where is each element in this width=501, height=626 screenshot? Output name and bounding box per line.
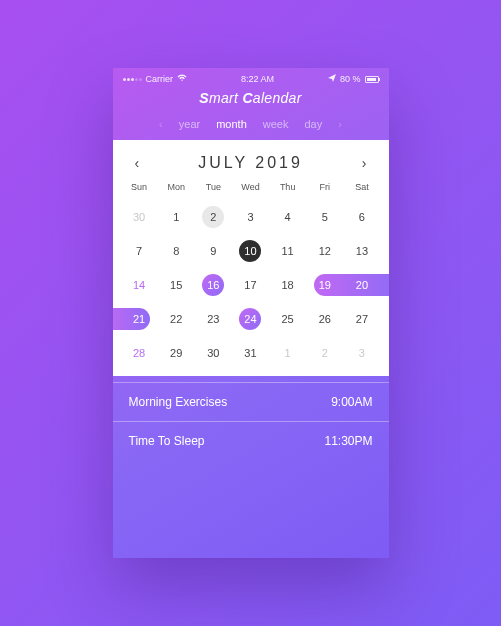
day-number: 9	[202, 240, 224, 262]
event-title: Time To Sleep	[129, 434, 205, 448]
day-number: 13	[351, 240, 373, 262]
day-number: 14	[128, 274, 150, 296]
calendar-cell[interactable]: 14	[121, 272, 158, 298]
view-tabs: ‹ year month week day ›	[113, 114, 389, 140]
calendar-cell[interactable]: 8	[158, 238, 195, 264]
phone-frame: Carrier 8:22 AM 80 % Smart Calendar ‹ ye…	[113, 68, 389, 558]
day-number: 8	[165, 240, 187, 262]
day-number: 1	[277, 342, 299, 364]
calendar-cell[interactable]: 1	[269, 340, 306, 366]
day-number: 6	[351, 206, 373, 228]
tabs-next-icon[interactable]: ›	[338, 118, 342, 130]
tabs-prev-icon[interactable]: ‹	[159, 118, 163, 130]
calendar-cell[interactable]: 29	[158, 340, 195, 366]
month-prev-button[interactable]: ‹	[135, 155, 140, 171]
calendar-cell[interactable]: 17	[232, 272, 269, 298]
day-number: 17	[239, 274, 261, 296]
day-number: 24	[239, 308, 261, 330]
tab-week[interactable]: week	[263, 118, 289, 130]
calendar-cell[interactable]: 10	[232, 238, 269, 264]
status-bar: Carrier 8:22 AM 80 %	[113, 68, 389, 86]
event-time: 9:00AM	[331, 395, 372, 409]
event-time: 11:30PM	[324, 434, 372, 448]
dow-label: Sat	[343, 182, 380, 196]
tab-year[interactable]: year	[179, 118, 200, 130]
calendar-cell[interactable]: 11	[269, 238, 306, 264]
day-number: 30	[202, 342, 224, 364]
calendar-card: ‹ JULY 2019 › SunMonTueWedThuFriSat30123…	[113, 140, 389, 376]
day-number: 22	[165, 308, 187, 330]
day-number: 28	[128, 342, 150, 364]
day-number: 29	[165, 342, 187, 364]
dow-label: Wed	[232, 182, 269, 196]
month-title: JULY 2019	[198, 154, 303, 172]
calendar-cell[interactable]: 16	[195, 272, 232, 298]
calendar-cell[interactable]: 28	[121, 340, 158, 366]
calendar-cell[interactable]: 3	[232, 204, 269, 230]
wifi-icon	[177, 74, 187, 84]
dow-label: Mon	[158, 182, 195, 196]
calendar-cell[interactable]: 18	[269, 272, 306, 298]
dow-label: Sun	[121, 182, 158, 196]
calendar-cell[interactable]: 15	[158, 272, 195, 298]
app-title: Smart Calendar	[113, 86, 389, 114]
day-number: 1	[165, 206, 187, 228]
calendar-cell[interactable]: 2	[306, 340, 343, 366]
calendar-cell[interactable]: 30	[121, 204, 158, 230]
send-icon	[328, 74, 336, 84]
day-number: 21	[128, 308, 150, 330]
calendar-cell[interactable]: 23	[195, 306, 232, 332]
day-number: 19	[314, 274, 336, 296]
day-number: 10	[239, 240, 261, 262]
status-left: Carrier	[123, 74, 188, 84]
day-number: 16	[202, 274, 224, 296]
calendar-cell[interactable]: 7	[121, 238, 158, 264]
day-number: 30	[128, 206, 150, 228]
calendar-cell[interactable]: 12	[306, 238, 343, 264]
day-number: 7	[128, 240, 150, 262]
calendar-cell[interactable]: 13	[343, 238, 380, 264]
day-number: 26	[314, 308, 336, 330]
event-row[interactable]: Time To Sleep11:30PM	[113, 421, 389, 460]
calendar-cell[interactable]: 1	[158, 204, 195, 230]
calendar-cell[interactable]: 9	[195, 238, 232, 264]
title-rest1: mart	[209, 90, 242, 106]
day-number: 4	[277, 206, 299, 228]
calendar-cell[interactable]: 4	[269, 204, 306, 230]
day-number: 12	[314, 240, 336, 262]
calendar-cell[interactable]: 27	[343, 306, 380, 332]
tab-month[interactable]: month	[216, 118, 247, 130]
tab-day[interactable]: day	[304, 118, 322, 130]
dow-label: Thu	[269, 182, 306, 196]
calendar-cell[interactable]: 31	[232, 340, 269, 366]
calendar-cell[interactable]: 26	[306, 306, 343, 332]
event-list: Morning Exercises9:00AMTime To Sleep11:3…	[113, 382, 389, 460]
day-number: 5	[314, 206, 336, 228]
title-rest2: alendar	[253, 90, 302, 106]
event-row[interactable]: Morning Exercises9:00AM	[113, 382, 389, 421]
day-number: 20	[351, 274, 373, 296]
calendar-cell[interactable]: 22	[158, 306, 195, 332]
calendar-cell[interactable]: 6	[343, 204, 380, 230]
calendar-cell[interactable]: 3	[343, 340, 380, 366]
day-number: 31	[239, 342, 261, 364]
title-c: C	[242, 90, 252, 106]
day-number: 2	[314, 342, 336, 364]
day-number: 27	[351, 308, 373, 330]
calendar-cell[interactable]: 2	[195, 204, 232, 230]
month-next-button[interactable]: ›	[362, 155, 367, 171]
signal-icon	[123, 78, 142, 81]
event-title: Morning Exercises	[129, 395, 228, 409]
title-s: S	[199, 90, 209, 106]
status-time: 8:22 AM	[241, 74, 274, 84]
day-number: 25	[277, 308, 299, 330]
calendar-cell[interactable]: 30	[195, 340, 232, 366]
calendar-cell[interactable]: 24	[232, 306, 269, 332]
day-number: 3	[351, 342, 373, 364]
month-nav: ‹ JULY 2019 ›	[113, 154, 389, 182]
dow-label: Fri	[306, 182, 343, 196]
calendar-cell[interactable]: 5	[306, 204, 343, 230]
battery-pct: 80 %	[340, 74, 361, 84]
day-number: 15	[165, 274, 187, 296]
calendar-cell[interactable]: 25	[269, 306, 306, 332]
